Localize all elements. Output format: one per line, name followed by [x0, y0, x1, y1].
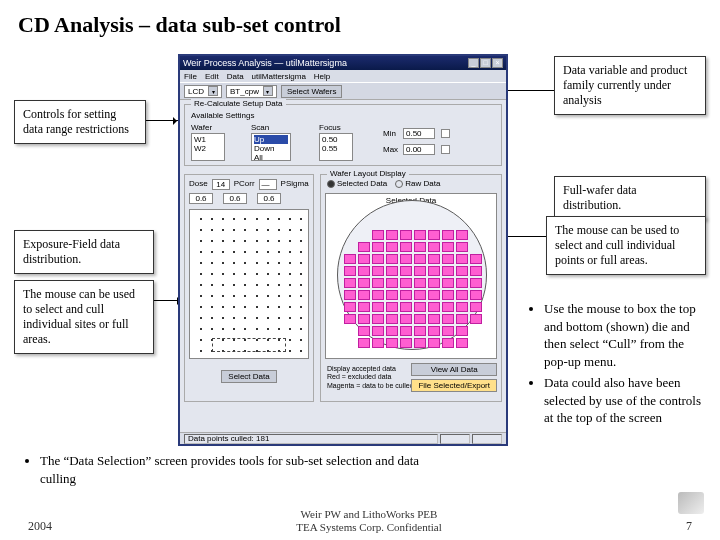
menu-edit[interactable]: Edit [205, 72, 219, 81]
list-item[interactable]: 0.50 [322, 135, 350, 144]
legend-line-2: Red = excluded data [327, 373, 421, 381]
footer-year: 2004 [28, 519, 52, 534]
list-item[interactable]: All [254, 153, 288, 161]
slide-title: CD Analysis – data sub-set control [18, 12, 702, 38]
status-cell [472, 434, 502, 444]
menu-data[interactable]: Data [227, 72, 244, 81]
view-all-button[interactable]: View All Data [411, 363, 497, 376]
list-scan[interactable]: Up Down All [251, 133, 291, 161]
group-exposure-field: Dose 14 PCorr — PSigma 0.6 0.6 0.6 Selec… [184, 174, 314, 402]
menu-file[interactable]: File [184, 72, 197, 81]
export-button[interactable]: File Selected/Export [411, 379, 497, 392]
dropdown-family-value: BT_cpw [230, 87, 259, 96]
group-setup-label: Re-Calculate Setup Data [191, 99, 286, 108]
radio-selected[interactable]: Selected Data [327, 179, 387, 188]
input-min[interactable] [403, 128, 435, 139]
status-cell [440, 434, 470, 444]
menu-help[interactable]: Help [314, 72, 330, 81]
list-item[interactable]: 0.55 [322, 144, 350, 153]
exposure-field-chart[interactable] [189, 209, 309, 359]
radio-raw[interactable]: Raw Data [395, 179, 440, 188]
list-focus[interactable]: 0.50 0.55 [319, 133, 353, 161]
callout-full-wafer: Full-wafer data distribution. [554, 176, 706, 220]
dropdown-variable-value: LCD [188, 87, 204, 96]
menu-module[interactable]: utilMattersigma [252, 72, 306, 81]
minimize-button[interactable]: _ [468, 58, 479, 68]
arrow-controls [146, 120, 180, 121]
group-wafer-label: Wafer Layout Display [327, 169, 409, 178]
callout-data-variable: Data variable and product family current… [554, 56, 706, 115]
chk-min[interactable] [441, 129, 450, 138]
app-window: Weir Process Analysis — utilMattersigma … [178, 54, 508, 446]
status-text: Data points culled: 181 [184, 434, 438, 444]
input-max[interactable] [403, 144, 435, 155]
callout-exp-mouse: The mouse can be used to select and cull… [14, 280, 154, 354]
list-wafer[interactable]: W1 W2 [191, 133, 225, 161]
lbl-psigma: PSigma [281, 179, 309, 190]
selection-box[interactable] [212, 338, 286, 352]
toolbar-select-wafers[interactable]: Select Wafers [281, 85, 343, 98]
app-titlebar: Weir Process Analysis — utilMattersigma … [180, 56, 506, 70]
maximize-button[interactable]: □ [480, 58, 491, 68]
dot-grid [200, 218, 300, 350]
val-a: 0.6 [189, 193, 213, 204]
lbl-focus: Focus [319, 123, 341, 132]
app-body: Re-Calculate Setup Data Available Settin… [184, 104, 502, 428]
app-menubar: File Edit Data utilMattersigma Help [180, 70, 506, 82]
app-statusbar: Data points culled: 181 [180, 432, 506, 444]
val-b: 0.6 [223, 193, 247, 204]
footer-line-1: Weir PW and LithoWorks PEB [296, 508, 441, 521]
footer: 2004 Weir PW and LithoWorks PEB TEA Syst… [0, 508, 720, 534]
group-setup: Re-Calculate Setup Data Available Settin… [184, 104, 502, 166]
callout-controls: Controls for setting data range restrict… [14, 100, 146, 144]
dropdown-variable[interactable]: LCD▾ [184, 85, 222, 98]
chevron-down-icon: ▾ [208, 86, 218, 96]
lbl-wafer: Wafer [191, 123, 212, 132]
window-buttons: _ □ × [468, 58, 503, 68]
val-pcorr: — [259, 179, 277, 190]
close-button[interactable]: × [492, 58, 503, 68]
lbl-scan: Scan [251, 123, 269, 132]
app-title: Weir Process Analysis — utilMattersigma [183, 58, 347, 68]
list-item[interactable]: W2 [194, 144, 222, 153]
callout-exp-field: Exposure-Field data distribution. [14, 230, 154, 274]
bullets-bottom: The “Data Selection” screen provides too… [22, 452, 452, 491]
legend-line-3: Magenta = data to be culled [327, 382, 421, 390]
footer-center: Weir PW and LithoWorks PEB TEA Systems C… [296, 508, 441, 534]
bullet-bottom-1: The “Data Selection” screen provides too… [40, 452, 452, 487]
app-toolbar: LCD▾ BT_cpw▾ Select Wafers [180, 82, 506, 100]
val-dose: 14 [212, 179, 230, 190]
list-item[interactable]: Down [254, 144, 288, 153]
callout-wafer-mouse: The mouse can be used to select and cull… [546, 216, 706, 275]
footer-page: 7 [686, 519, 692, 534]
lbl-max: Max [383, 145, 398, 154]
lbl-min: Min [383, 129, 396, 138]
list-item[interactable]: W1 [194, 135, 222, 144]
select-data-button[interactable]: Select Data [221, 370, 276, 383]
bullet-right-1: Use the mouse to box the top and bottom … [544, 300, 708, 370]
sub-label: Available Settings [191, 111, 254, 120]
lbl-pcorr: PCorr [234, 179, 255, 190]
chk-max[interactable] [441, 145, 450, 154]
footer-line-2: TEA Systems Corp. Confidential [296, 521, 441, 534]
list-item[interactable]: Up [254, 135, 288, 144]
dropdown-family[interactable]: BT_cpw▾ [226, 85, 277, 98]
legend-line-1: Display accepted data [327, 365, 421, 373]
wafer-chart[interactable]: Selected Data [325, 193, 497, 359]
legend: Display accepted data Red = excluded dat… [327, 365, 421, 390]
chevron-down-icon: ▾ [263, 86, 273, 96]
group-wafer-layout: Wafer Layout Display Selected Data Raw D… [320, 174, 502, 402]
lbl-dose: Dose [189, 179, 208, 190]
bullet-right-2: Data could also have been selected by us… [544, 374, 708, 427]
val-c: 0.6 [257, 193, 281, 204]
bullets-right: Use the mouse to box the top and bottom … [528, 300, 708, 431]
